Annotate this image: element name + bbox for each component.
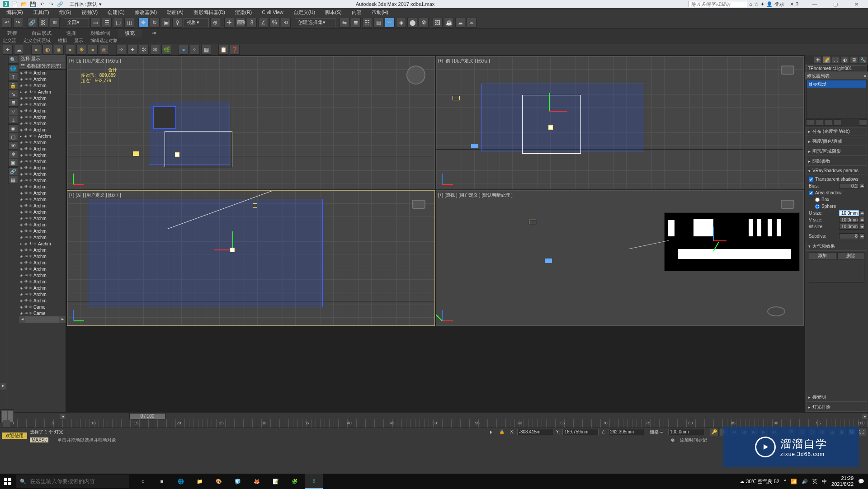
standard-prim-4-button[interactable]: ●	[65, 45, 75, 55]
redo-button[interactable]: ↷	[13, 18, 23, 28]
time-slider[interactable]: 0 / 100	[66, 413, 862, 419]
wsize-input[interactable]	[839, 224, 859, 230]
use-center-button[interactable]: ⊕	[210, 18, 220, 28]
viewport-top-label[interactable]: [+] [顶 ] [用户定义 ] [线框 ]	[69, 58, 121, 64]
scene-item[interactable]: ▸◈👁❄Archm	[19, 89, 66, 95]
se-arrow-icon[interactable]: ↘	[8, 90, 18, 98]
modify-tab-button[interactable]: 🌈	[823, 56, 831, 63]
standard-prim-2-button[interactable]: ◐	[42, 45, 52, 55]
rollout-intensity[interactable]: 强度/颜色/衰减	[806, 137, 867, 146]
se-globe-icon[interactable]: 🌐	[8, 64, 18, 72]
ribbon-tab-selection[interactable]: 选择	[59, 29, 83, 38]
ribbon-panel-edit[interactable]: 编辑选定对象	[90, 38, 118, 44]
standard-prim-5-button[interactable]: ●	[88, 45, 98, 55]
make-unique-button[interactable]	[824, 119, 832, 126]
remove-modifier-button[interactable]	[833, 119, 841, 126]
box-radio[interactable]	[815, 197, 820, 202]
coord-y-input[interactable]	[562, 429, 599, 435]
light-gizmo-left-icon[interactable]	[230, 248, 235, 252]
particle-1-button[interactable]: ✧	[116, 45, 126, 55]
atm-add-button[interactable]: 添加	[809, 252, 836, 259]
select-and-scale-button[interactable]: ▣	[161, 18, 171, 28]
ribbon-panel-idle[interactable]: 定义空闲区域	[24, 38, 51, 44]
sync-icon[interactable]: ✦	[760, 1, 764, 7]
scene-item[interactable]: ◈👁❄Archm	[19, 114, 66, 120]
time-slider-handle[interactable]: 0 / 100	[129, 413, 165, 419]
scene-item[interactable]: ◈👁❄Archm	[19, 108, 66, 114]
ribbon-tab-object-paint[interactable]: 对象绘制	[83, 29, 118, 38]
window-crossing-button[interactable]: ◫	[124, 18, 134, 28]
show-end-result-button[interactable]	[815, 119, 823, 126]
sun-button[interactable]: ☀	[76, 45, 86, 55]
mirror-button[interactable]: ⇋	[340, 18, 349, 28]
helper-1-button[interactable]: 📋	[218, 45, 228, 55]
viewport-front-label[interactable]: [+] [前 ] [用户定义 ] [线框 ]	[438, 58, 490, 64]
render-setup-button[interactable]: ☢	[419, 18, 429, 28]
helper-2-button[interactable]: ❓	[230, 45, 240, 55]
scene-item[interactable]: ◈👁❄Archm	[19, 171, 66, 177]
keyboard-shortcut-toggle-button[interactable]: ⌨	[236, 18, 245, 28]
taskbar-explorer-icon[interactable]: 📁	[191, 474, 209, 489]
viewport-perspective[interactable]: [+] [透视 ] [用户定义 ] [默认明暗处理 ]	[436, 190, 804, 326]
render-a360-button[interactable]: ∞	[467, 18, 476, 28]
scene-item[interactable]: ◈👁❄Archm	[19, 127, 66, 133]
menu-create[interactable]: 创建(C)	[103, 8, 129, 17]
rollout-extra-1[interactable]: 接受明	[806, 393, 867, 402]
viewport-front[interactable]: [+] [前 ] [用户定义 ] [线框 ]	[436, 56, 804, 189]
time-next-button[interactable]: ▸	[862, 413, 868, 419]
menu-animation[interactable]: 动画(A)	[162, 8, 188, 17]
named-selection-sets-dropdown[interactable]: 创建选择集 ▾	[295, 18, 335, 27]
help-search-input[interactable]	[689, 1, 747, 7]
cloud-primitive-button[interactable]: ☁	[14, 45, 24, 55]
scene-item[interactable]: ◈👁❄Archm	[19, 165, 66, 171]
light-target-icon[interactable]	[253, 203, 257, 208]
taskbar-3dsmax-icon[interactable]: 3	[305, 474, 323, 489]
viewport-top[interactable]: [+] [顶 ] [用户定义 ] [线框 ] 合计 多边形:809,889 顶点…	[67, 56, 435, 189]
vsize-spinner[interactable]: ◂▸	[860, 217, 864, 223]
steering-wheel-icon[interactable]	[767, 306, 785, 316]
snap-toggle-3-button[interactable]: 3	[247, 18, 257, 28]
light-gizmo-front-icon[interactable]	[548, 125, 553, 130]
close-button[interactable]: ✕	[846, 0, 866, 8]
tray-volume-icon[interactable]: 🔊	[802, 479, 808, 484]
viewport-left[interactable]: [+] [左 ] [用户定义 ] [线框 ]	[67, 190, 435, 326]
scene-tree[interactable]: ◈👁❄Archm◈👁❄Archm◈👁❄Archm▸◈👁❄Archm◈👁❄Arch…	[19, 70, 66, 316]
scene-item[interactable]: ◈👁❄Archm	[19, 146, 66, 152]
taskbar-search-input[interactable]	[30, 478, 126, 484]
taskbar-cortana-icon[interactable]: ≡	[153, 474, 171, 489]
scene-item[interactable]: ◈👁❄Archm	[19, 221, 66, 228]
ribbon-tab-populate[interactable]: 填充	[118, 29, 142, 38]
taskbar-firefox-icon[interactable]: 🦊	[248, 474, 266, 489]
user-icon[interactable]: 👤	[766, 1, 773, 7]
particle-2-button[interactable]: ✦	[127, 45, 137, 55]
menu-civil-view[interactable]: Civil View	[257, 9, 288, 16]
grid-value-input[interactable]	[668, 429, 704, 435]
scene-item[interactable]: ◈👁❄Archm	[19, 95, 66, 101]
create-tab-button[interactable]: ✚	[814, 56, 822, 63]
schematic-view-button[interactable]: ◈	[396, 18, 406, 28]
select-object-button[interactable]: ▭	[90, 18, 100, 28]
coord-z-input[interactable]	[608, 429, 644, 435]
menu-content[interactable]: 内容	[347, 8, 366, 17]
viewport-left-label[interactable]: [+] [左 ] [用户定义 ] [线框 ]	[69, 192, 121, 198]
taskbar-app7-icon[interactable]: 📝	[267, 474, 285, 489]
select-and-rotate-button[interactable]: ↻	[150, 18, 160, 28]
light-cone-persp-icon[interactable]	[529, 220, 536, 224]
scene-item[interactable]: ◈👁❄Archm	[19, 291, 66, 297]
rollout-extra-2[interactable]: 灯光排除	[806, 403, 867, 412]
menu-rendering[interactable]: 渲染(R)	[231, 8, 256, 17]
undo-button[interactable]: ↶	[2, 18, 12, 28]
se-layers-icon[interactable]: ≣	[8, 99, 18, 107]
se-bone-icon[interactable]: ⟂	[8, 116, 18, 124]
tray-clock[interactable]: 21:29 2021/8/22	[831, 475, 854, 487]
hierarchy-tab-button[interactable]: ⛶	[832, 56, 840, 63]
scene-item[interactable]: ◈👁❄Archm	[19, 120, 66, 127]
se-box-icon[interactable]: ▣	[8, 159, 18, 167]
menu-views[interactable]: 视图(V)	[77, 8, 103, 17]
select-and-place-button[interactable]: ⚲	[172, 18, 182, 28]
rollout-shape-area[interactable]: 图形/区域阴影	[806, 147, 867, 156]
object-name-input[interactable]	[806, 65, 867, 71]
viewcube-left[interactable]	[412, 200, 425, 209]
scene-item[interactable]: ◈👁❄Archm	[19, 152, 66, 158]
bind-button[interactable]: ≋	[50, 18, 60, 28]
